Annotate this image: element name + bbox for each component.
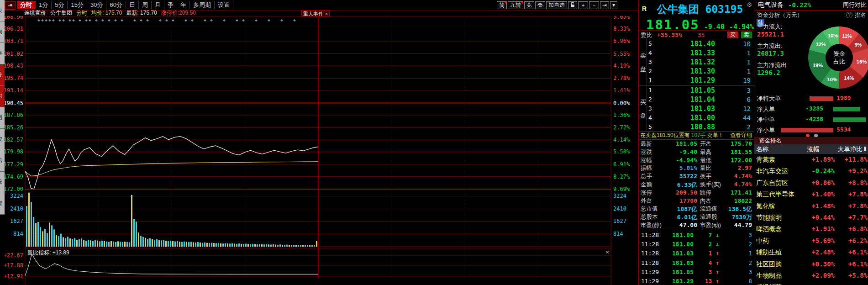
tab-60分[interactable]: 60分 <box>106 1 126 9</box>
rank-link[interactable]: 排名 <box>855 11 866 19</box>
tab-月[interactable]: 月 <box>152 1 164 9</box>
big-order-notice[interactable]: 在卖盘181.50位置有107手卖单！查看详细 <box>639 131 754 140</box>
side-tab[interactable]: 图 <box>0 107 5 129</box>
volume-bar <box>238 243 240 247</box>
help-icon[interactable]: ? <box>846 12 852 18</box>
volume-bar <box>49 222 50 247</box>
stat-label: 涨跌 <box>641 148 652 156</box>
stat-label: 流通值 <box>700 205 717 213</box>
rank-row[interactable]: 啤酒概念+1.91%+6.8% <box>754 223 868 235</box>
stat-label: 金额 <box>641 181 652 189</box>
side-tab[interactable]: 页 <box>0 0 5 21</box>
volume-bar <box>186 242 187 247</box>
stat-label: 总手 <box>641 173 652 180</box>
sell-queue-row[interactable]: 1181.2919 <box>646 76 752 85</box>
rank-dx: +11.8% <box>833 156 868 163</box>
toolbtn-竞[interactable]: 竞 <box>524 1 534 9</box>
rank-row[interactable]: 青蒿素+1.89%+11.8% <box>754 154 868 165</box>
side-tab[interactable]: 置 <box>0 193 5 215</box>
side-tab[interactable]: 连 <box>0 43 5 64</box>
col-dx-sort[interactable]: 大单净比⬇ <box>828 144 868 154</box>
liangbi-close-icon[interactable]: × <box>605 249 609 255</box>
volume-bar <box>309 245 310 247</box>
volume-bar <box>83 240 84 247</box>
buy-queue-row[interactable]: 4181.0044 <box>646 113 752 122</box>
rank-row[interactable]: 第三代半导体+1.40%+7.8% <box>754 189 868 200</box>
volume-bar <box>140 236 142 247</box>
donut-segment-label: 19% <box>813 63 823 68</box>
donut-segment-label: 10% <box>828 33 838 38</box>
toolbtn-九转[interactable]: 九转 <box>508 1 523 9</box>
lock-icon[interactable] <box>568 1 577 9</box>
tab-季[interactable]: 季 <box>164 1 177 9</box>
stock-name-code[interactable]: 公牛集团 603195 <box>650 2 750 16</box>
sell-button[interactable]: 卖 <box>741 32 752 38</box>
buy-queue-row[interactable]: 5180.882 <box>646 122 752 132</box>
side-tab[interactable]: 分 <box>0 64 5 86</box>
buy-queue-row[interactable]: 2181.046 <box>646 95 752 104</box>
event-diamond-icon: ◆ <box>52 18 55 22</box>
level-volume: 6 <box>747 96 751 103</box>
toolbtn-简[interactable]: 简 <box>497 1 507 9</box>
toolbtn-叠[interactable]: 叠 <box>535 1 545 9</box>
rank-row[interactable]: 氮化镓+1.48%+7.8% <box>754 201 868 212</box>
sell-queue-row[interactable]: 2181.301 <box>646 67 752 76</box>
toolbtn-⇥[interactable]: ⇥ <box>600 1 609 9</box>
view-detail-link[interactable]: 查看详细 <box>730 132 752 139</box>
rank-row[interactable]: 中药+5.69%+6.2% <box>754 235 868 247</box>
tab-30分[interactable]: 30分 <box>87 1 106 9</box>
sell-queue-row[interactable]: 3181.321 <box>646 58 752 67</box>
volume-axis-label: 1627 <box>613 218 626 224</box>
toolbtn-▾[interactable]: ▾ <box>610 1 617 9</box>
tab-日[interactable]: 日 <box>126 1 139 9</box>
tab-1分[interactable]: 1分 <box>36 1 52 9</box>
toolbtn-－[interactable]: － <box>589 1 599 9</box>
side-tab[interactable]: 时 <box>0 86 5 107</box>
side-tab-strip[interactable]: 页间连分时图资讯设置 <box>0 0 5 215</box>
stat-value: 4.74% <box>720 181 752 188</box>
tab-周[interactable]: 周 <box>139 1 152 9</box>
col-change[interactable]: 涨幅 <box>798 144 828 154</box>
next-stock-icon[interactable]: ⇥ <box>5 1 16 10</box>
tab-分时[interactable]: 分时 <box>17 1 36 9</box>
rank-row[interactable]: 辅助生殖+2.48%+6.1% <box>754 247 868 258</box>
side-tab[interactable]: 间 <box>0 21 5 43</box>
tab-15分[interactable]: 15分 <box>68 1 87 9</box>
rank-row[interactable]: 超级细菌 <box>754 281 868 285</box>
sell-queue-row[interactable]: 5181.4010 <box>646 39 752 48</box>
buy-button[interactable]: 买 <box>727 32 738 38</box>
volume-bar <box>284 245 285 247</box>
volume-bar <box>51 225 53 247</box>
gear-icon[interactable]: ⚙ <box>747 1 752 8</box>
side-tab[interactable]: 讯 <box>0 150 5 172</box>
close-icon[interactable]: × <box>325 11 328 16</box>
peer-compare-link[interactable]: 同行对比 <box>843 1 867 9</box>
tab-5分[interactable]: 5分 <box>52 1 68 9</box>
stat-value: 171.41 <box>720 189 752 196</box>
rank-row[interactable]: 非汽车交运-0.24%+9.2% <box>754 165 868 177</box>
donut-segment-label: 16% <box>857 59 867 64</box>
rank-row[interactable]: 节能照明+0.44%+7.7% <box>754 212 868 223</box>
buy-queue-row[interactable]: 3181.0312 <box>646 104 752 113</box>
volume-axis-label: 3224 <box>613 193 626 199</box>
side-tab[interactable]: 资 <box>0 129 5 150</box>
rank-row[interactable]: 广东自贸区+0.86%+8.8% <box>754 177 868 189</box>
event-diamond-icon: ◆ <box>184 18 187 22</box>
tab-设置[interactable]: 设置 <box>215 1 233 9</box>
industry-name[interactable]: 电气设备 <box>758 1 784 9</box>
industry-change: -0.22% <box>788 1 811 9</box>
percent-axis-label: 4.14% <box>613 137 630 143</box>
buy-queue-row[interactable]: 1181.053 <box>646 86 752 95</box>
rank-row[interactable]: 生物制品+2.09%+5.8% <box>754 270 868 281</box>
rank-change: +1.89% <box>804 156 835 163</box>
sell-queue-row[interactable]: 4181.331 <box>646 48 752 58</box>
toolbtn-＋[interactable]: ＋ <box>578 1 588 9</box>
toolbtn-加自选[interactable]: 加自选 <box>546 1 567 9</box>
volume-bar <box>31 202 32 247</box>
rank-row[interactable]: 社区团购+0.30%+6.1% <box>754 259 868 270</box>
side-tab[interactable]: 设 <box>0 172 5 193</box>
tab-多周期[interactable]: 多周期 <box>190 1 215 9</box>
tab-年[interactable]: 年 <box>177 1 190 9</box>
volume-bar <box>106 242 107 247</box>
net-order-value: -3285 <box>805 105 823 112</box>
